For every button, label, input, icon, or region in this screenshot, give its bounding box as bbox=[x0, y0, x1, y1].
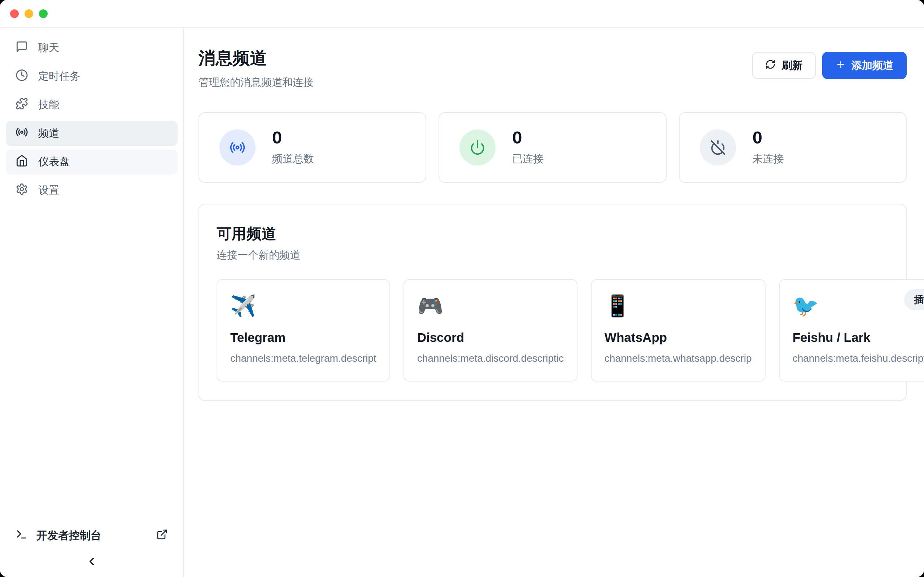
refresh-button-label: 刷新 bbox=[782, 58, 803, 73]
stats-row: 0 频道总数 0 已连接 bbox=[199, 112, 907, 183]
minimize-window-button[interactable] bbox=[24, 10, 33, 18]
page-header: 消息频道 管理您的消息频道和连接 刷新 添加频道 bbox=[199, 47, 907, 90]
main-content: 消息频道 管理您的消息频道和连接 刷新 添加频道 bbox=[184, 28, 924, 577]
stat-label: 频道总数 bbox=[272, 152, 314, 166]
available-channels-panel: 可用频道 连接一个新的频道 ✈️ Telegram channels:meta.… bbox=[199, 204, 907, 401]
plugin-badge: 插件 bbox=[904, 289, 924, 310]
app-window: 聊天 定时任务 技能 频道 bbox=[0, 0, 924, 577]
sidebar-item-settings[interactable]: 设置 bbox=[6, 178, 178, 203]
channel-name: Feishu / Lark bbox=[793, 330, 924, 345]
discord-gamepad-icon: 🎮 bbox=[417, 294, 443, 318]
terminal-icon bbox=[16, 528, 28, 543]
developer-console-label: 开发者控制台 bbox=[36, 528, 102, 543]
sidebar: 聊天 定时任务 技能 频道 bbox=[0, 28, 184, 577]
channel-card-discord[interactable]: 🎮 Discord channels:meta.discord.descript… bbox=[404, 279, 577, 382]
channel-card-telegram[interactable]: ✈️ Telegram channels:meta.telegram.descr… bbox=[216, 279, 390, 382]
zoom-window-button[interactable] bbox=[39, 10, 48, 18]
channel-grid: ✈️ Telegram channels:meta.telegram.descr… bbox=[216, 279, 890, 382]
channel-name: WhatsApp bbox=[604, 330, 752, 345]
stat-label: 未连接 bbox=[753, 152, 784, 166]
available-channels-subtitle: 连接一个新的频道 bbox=[216, 248, 890, 263]
whatsapp-phone-icon: 📱 bbox=[604, 294, 630, 318]
stat-value: 0 bbox=[512, 129, 544, 147]
sidebar-item-dashboard[interactable]: 仪表盘 bbox=[6, 149, 178, 174]
stat-label: 已连接 bbox=[512, 152, 544, 166]
feishu-bird-icon: 🐦 bbox=[793, 294, 819, 318]
sidebar-item-label: 仪表盘 bbox=[38, 155, 69, 169]
stat-value: 0 bbox=[272, 129, 314, 147]
channel-card-whatsapp[interactable]: 📱 WhatsApp channels:meta.whatsapp.descri… bbox=[591, 279, 766, 382]
external-link-icon bbox=[156, 529, 168, 543]
chat-icon bbox=[16, 40, 28, 56]
sidebar-item-label: 聊天 bbox=[38, 41, 59, 55]
broadcast-icon bbox=[16, 126, 28, 141]
power-off-icon bbox=[700, 129, 736, 166]
sidebar-item-scheduled-tasks[interactable]: 定时任务 bbox=[6, 64, 178, 89]
titlebar bbox=[0, 0, 924, 28]
available-channels-title: 可用频道 bbox=[216, 224, 890, 244]
chevron-left-icon bbox=[86, 555, 98, 569]
channel-card-feishu[interactable]: 插件 🐦 Feishu / Lark channels:meta.feishu.… bbox=[779, 279, 924, 382]
close-window-button[interactable] bbox=[10, 10, 19, 18]
developer-console-link[interactable]: 开发者控制台 bbox=[6, 522, 178, 549]
header-actions: 刷新 添加频道 bbox=[752, 52, 907, 79]
channel-name: Discord bbox=[417, 330, 564, 345]
sidebar-item-label: 设置 bbox=[38, 183, 59, 198]
sidebar-collapse-button[interactable] bbox=[6, 549, 178, 577]
home-icon bbox=[16, 154, 28, 169]
channel-description: channels:meta.feishu.description bbox=[793, 353, 924, 364]
sidebar-spacer bbox=[6, 206, 178, 522]
sidebar-item-label: 频道 bbox=[38, 126, 59, 141]
page-subtitle: 管理您的消息频道和连接 bbox=[199, 76, 313, 90]
power-icon bbox=[459, 129, 496, 166]
sidebar-item-channels[interactable]: 频道 bbox=[6, 121, 178, 146]
channel-name: Telegram bbox=[230, 330, 376, 345]
gear-icon bbox=[16, 183, 28, 198]
telegram-airplane-icon: ✈️ bbox=[230, 294, 256, 318]
channel-description: channels:meta.telegram.descript bbox=[230, 353, 376, 364]
channel-description: channels:meta.whatsapp.descrip bbox=[604, 353, 752, 364]
traffic-lights bbox=[10, 10, 48, 18]
broadcast-icon bbox=[220, 129, 255, 166]
stat-card-disconnected: 0 未连接 bbox=[679, 112, 907, 183]
stat-value: 0 bbox=[753, 129, 784, 147]
add-channel-button-label: 添加频道 bbox=[851, 58, 893, 73]
page-title: 消息频道 bbox=[199, 47, 313, 69]
sidebar-item-chat[interactable]: 聊天 bbox=[6, 35, 178, 61]
add-channel-button[interactable]: 添加频道 bbox=[822, 52, 907, 79]
sidebar-item-label: 定时任务 bbox=[38, 69, 80, 84]
channel-description: channels:meta.discord.descriptic bbox=[417, 353, 564, 364]
stat-card-connected: 0 已连接 bbox=[439, 112, 666, 183]
stat-card-total-channels: 0 频道总数 bbox=[199, 112, 426, 183]
sidebar-item-label: 技能 bbox=[38, 98, 59, 112]
app-body: 聊天 定时任务 技能 频道 bbox=[0, 28, 924, 577]
puzzle-icon bbox=[16, 97, 28, 113]
sidebar-item-skills[interactable]: 技能 bbox=[6, 92, 178, 118]
refresh-button[interactable]: 刷新 bbox=[752, 52, 816, 79]
plus-icon bbox=[835, 59, 846, 72]
clock-icon bbox=[16, 69, 28, 84]
refresh-icon bbox=[765, 59, 775, 72]
